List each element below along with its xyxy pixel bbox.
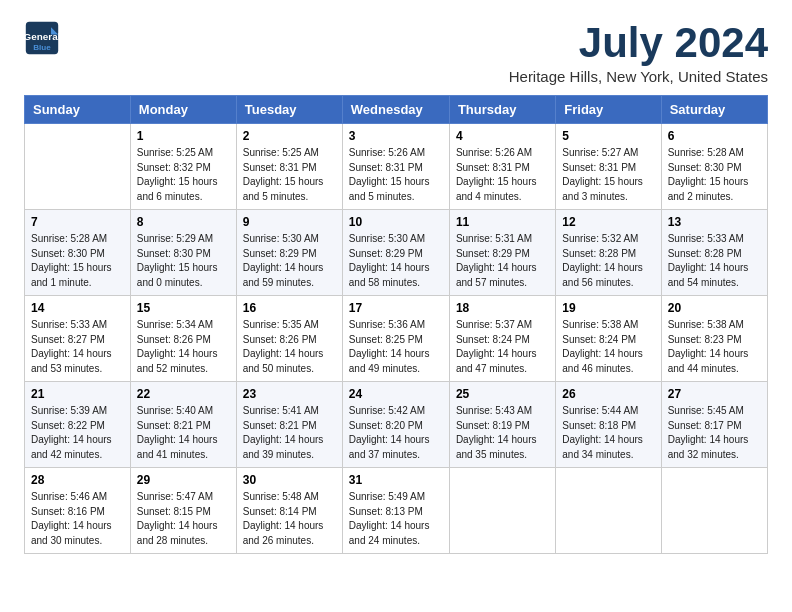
day-number: 3 — [349, 129, 443, 143]
day-number: 23 — [243, 387, 336, 401]
table-row: 25Sunrise: 5:43 AMSunset: 8:19 PMDayligh… — [449, 382, 555, 468]
day-number: 4 — [456, 129, 549, 143]
table-row: 12Sunrise: 5:32 AMSunset: 8:28 PMDayligh… — [556, 210, 661, 296]
day-number: 14 — [31, 301, 124, 315]
day-info: Sunrise: 5:30 AMSunset: 8:29 PMDaylight:… — [243, 232, 336, 290]
day-number: 22 — [137, 387, 230, 401]
col-sunday: Sunday — [25, 96, 131, 124]
day-number: 6 — [668, 129, 761, 143]
table-row: 9Sunrise: 5:30 AMSunset: 8:29 PMDaylight… — [236, 210, 342, 296]
table-row — [449, 468, 555, 554]
day-info: Sunrise: 5:30 AMSunset: 8:29 PMDaylight:… — [349, 232, 443, 290]
table-row: 31Sunrise: 5:49 AMSunset: 8:13 PMDayligh… — [342, 468, 449, 554]
table-row — [556, 468, 661, 554]
day-info: Sunrise: 5:28 AMSunset: 8:30 PMDaylight:… — [668, 146, 761, 204]
day-info: Sunrise: 5:32 AMSunset: 8:28 PMDaylight:… — [562, 232, 654, 290]
day-info: Sunrise: 5:34 AMSunset: 8:26 PMDaylight:… — [137, 318, 230, 376]
table-row: 17Sunrise: 5:36 AMSunset: 8:25 PMDayligh… — [342, 296, 449, 382]
calendar-week-row: 7Sunrise: 5:28 AMSunset: 8:30 PMDaylight… — [25, 210, 768, 296]
day-info: Sunrise: 5:25 AMSunset: 8:31 PMDaylight:… — [243, 146, 336, 204]
table-row: 16Sunrise: 5:35 AMSunset: 8:26 PMDayligh… — [236, 296, 342, 382]
day-number: 1 — [137, 129, 230, 143]
col-tuesday: Tuesday — [236, 96, 342, 124]
page-header: General Blue July 2024 Heritage Hills, N… — [24, 20, 768, 85]
day-number: 29 — [137, 473, 230, 487]
col-friday: Friday — [556, 96, 661, 124]
table-row: 27Sunrise: 5:45 AMSunset: 8:17 PMDayligh… — [661, 382, 767, 468]
calendar-table: Sunday Monday Tuesday Wednesday Thursday… — [24, 95, 768, 554]
day-number: 15 — [137, 301, 230, 315]
day-number: 20 — [668, 301, 761, 315]
calendar-subtitle: Heritage Hills, New York, United States — [509, 68, 768, 85]
table-row: 18Sunrise: 5:37 AMSunset: 8:24 PMDayligh… — [449, 296, 555, 382]
table-row: 4Sunrise: 5:26 AMSunset: 8:31 PMDaylight… — [449, 124, 555, 210]
calendar-header-row: Sunday Monday Tuesday Wednesday Thursday… — [25, 96, 768, 124]
day-number: 17 — [349, 301, 443, 315]
table-row: 26Sunrise: 5:44 AMSunset: 8:18 PMDayligh… — [556, 382, 661, 468]
day-info: Sunrise: 5:46 AMSunset: 8:16 PMDaylight:… — [31, 490, 124, 548]
day-number: 26 — [562, 387, 654, 401]
day-number: 27 — [668, 387, 761, 401]
table-row: 11Sunrise: 5:31 AMSunset: 8:29 PMDayligh… — [449, 210, 555, 296]
day-info: Sunrise: 5:33 AMSunset: 8:28 PMDaylight:… — [668, 232, 761, 290]
table-row: 15Sunrise: 5:34 AMSunset: 8:26 PMDayligh… — [130, 296, 236, 382]
day-info: Sunrise: 5:38 AMSunset: 8:24 PMDaylight:… — [562, 318, 654, 376]
table-row: 19Sunrise: 5:38 AMSunset: 8:24 PMDayligh… — [556, 296, 661, 382]
table-row: 14Sunrise: 5:33 AMSunset: 8:27 PMDayligh… — [25, 296, 131, 382]
col-thursday: Thursday — [449, 96, 555, 124]
day-number: 12 — [562, 215, 654, 229]
logo-icon: General Blue — [24, 20, 60, 56]
day-number: 13 — [668, 215, 761, 229]
day-number: 16 — [243, 301, 336, 315]
day-number: 30 — [243, 473, 336, 487]
day-number: 19 — [562, 301, 654, 315]
table-row: 20Sunrise: 5:38 AMSunset: 8:23 PMDayligh… — [661, 296, 767, 382]
title-block: July 2024 Heritage Hills, New York, Unit… — [509, 20, 768, 85]
calendar-week-row: 21Sunrise: 5:39 AMSunset: 8:22 PMDayligh… — [25, 382, 768, 468]
table-row: 21Sunrise: 5:39 AMSunset: 8:22 PMDayligh… — [25, 382, 131, 468]
table-row: 7Sunrise: 5:28 AMSunset: 8:30 PMDaylight… — [25, 210, 131, 296]
day-number: 25 — [456, 387, 549, 401]
table-row: 28Sunrise: 5:46 AMSunset: 8:16 PMDayligh… — [25, 468, 131, 554]
table-row: 13Sunrise: 5:33 AMSunset: 8:28 PMDayligh… — [661, 210, 767, 296]
day-number: 28 — [31, 473, 124, 487]
table-row: 5Sunrise: 5:27 AMSunset: 8:31 PMDaylight… — [556, 124, 661, 210]
table-row: 6Sunrise: 5:28 AMSunset: 8:30 PMDaylight… — [661, 124, 767, 210]
day-info: Sunrise: 5:43 AMSunset: 8:19 PMDaylight:… — [456, 404, 549, 462]
day-info: Sunrise: 5:37 AMSunset: 8:24 PMDaylight:… — [456, 318, 549, 376]
calendar-week-row: 1Sunrise: 5:25 AMSunset: 8:32 PMDaylight… — [25, 124, 768, 210]
table-row: 2Sunrise: 5:25 AMSunset: 8:31 PMDaylight… — [236, 124, 342, 210]
day-info: Sunrise: 5:48 AMSunset: 8:14 PMDaylight:… — [243, 490, 336, 548]
day-number: 11 — [456, 215, 549, 229]
calendar-title: July 2024 — [509, 20, 768, 66]
logo: General Blue — [24, 20, 60, 56]
day-info: Sunrise: 5:47 AMSunset: 8:15 PMDaylight:… — [137, 490, 230, 548]
calendar-week-row: 28Sunrise: 5:46 AMSunset: 8:16 PMDayligh… — [25, 468, 768, 554]
day-info: Sunrise: 5:41 AMSunset: 8:21 PMDaylight:… — [243, 404, 336, 462]
table-row: 30Sunrise: 5:48 AMSunset: 8:14 PMDayligh… — [236, 468, 342, 554]
table-row: 1Sunrise: 5:25 AMSunset: 8:32 PMDaylight… — [130, 124, 236, 210]
day-info: Sunrise: 5:36 AMSunset: 8:25 PMDaylight:… — [349, 318, 443, 376]
table-row: 8Sunrise: 5:29 AMSunset: 8:30 PMDaylight… — [130, 210, 236, 296]
table-row: 23Sunrise: 5:41 AMSunset: 8:21 PMDayligh… — [236, 382, 342, 468]
day-number: 5 — [562, 129, 654, 143]
day-info: Sunrise: 5:25 AMSunset: 8:32 PMDaylight:… — [137, 146, 230, 204]
day-info: Sunrise: 5:42 AMSunset: 8:20 PMDaylight:… — [349, 404, 443, 462]
table-row: 10Sunrise: 5:30 AMSunset: 8:29 PMDayligh… — [342, 210, 449, 296]
day-number: 18 — [456, 301, 549, 315]
day-info: Sunrise: 5:40 AMSunset: 8:21 PMDaylight:… — [137, 404, 230, 462]
day-info: Sunrise: 5:28 AMSunset: 8:30 PMDaylight:… — [31, 232, 124, 290]
day-number: 7 — [31, 215, 124, 229]
table-row: 22Sunrise: 5:40 AMSunset: 8:21 PMDayligh… — [130, 382, 236, 468]
day-number: 2 — [243, 129, 336, 143]
day-number: 10 — [349, 215, 443, 229]
day-info: Sunrise: 5:35 AMSunset: 8:26 PMDaylight:… — [243, 318, 336, 376]
svg-text:Blue: Blue — [33, 43, 51, 52]
day-info: Sunrise: 5:44 AMSunset: 8:18 PMDaylight:… — [562, 404, 654, 462]
col-monday: Monday — [130, 96, 236, 124]
col-wednesday: Wednesday — [342, 96, 449, 124]
day-number: 21 — [31, 387, 124, 401]
col-saturday: Saturday — [661, 96, 767, 124]
day-info: Sunrise: 5:31 AMSunset: 8:29 PMDaylight:… — [456, 232, 549, 290]
table-row: 29Sunrise: 5:47 AMSunset: 8:15 PMDayligh… — [130, 468, 236, 554]
